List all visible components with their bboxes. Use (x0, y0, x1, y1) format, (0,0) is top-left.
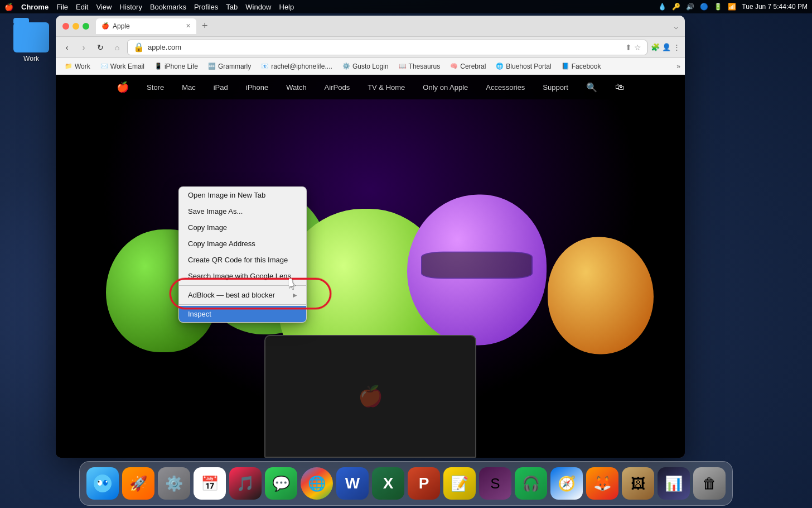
dock-notes[interactable]: 📝 (443, 467, 476, 500)
tab-menu-item[interactable]: Tab (226, 3, 238, 11)
apple-nav-store[interactable]: Store (147, 83, 164, 92)
apple-nav-search-icon[interactable]: 🔍 (586, 82, 597, 93)
context-menu-separator-2 (179, 304, 306, 305)
apple-nav-accessories[interactable]: Accessories (486, 83, 525, 92)
menubar-right: 💧 🔑 🔊 🔵 🔋 📶 Tue Jun 7 5:44:40 PM (658, 3, 808, 11)
title-bar: 🍎 Apple ✕ + ⌵ (56, 16, 685, 37)
share-icon[interactable]: ⬆ (625, 43, 632, 52)
tab-favicon: 🍎 (102, 22, 109, 30)
dock-trash[interactable]: 🗑 (693, 467, 726, 500)
back-button[interactable]: ‹ (60, 41, 74, 54)
context-menu-qr-code-label: Create QR Code for this Image (188, 256, 288, 264)
context-menu-inspect[interactable]: Inspect (179, 306, 306, 322)
history-menu-item[interactable]: History (119, 3, 142, 11)
new-tab-button[interactable]: + (199, 20, 211, 32)
desktop-folder-work[interactable]: Work (13, 22, 49, 63)
bookmark-work-label: Work (75, 63, 90, 70)
dock-messages[interactable]: 💬 (265, 467, 297, 500)
bookmark-icon[interactable]: ☆ (634, 43, 641, 52)
minimize-button[interactable] (72, 23, 79, 30)
tab-close-button[interactable]: ✕ (186, 22, 191, 30)
bookmark-facebook-icon: 📘 (562, 63, 569, 70)
dock-slack[interactable]: S (479, 467, 511, 500)
view-menu-item[interactable]: View (96, 3, 112, 11)
dock-word[interactable]: W (336, 467, 369, 500)
browser-window: 🍎 Apple ✕ + ⌵ ‹ › ↻ ⌂ 🔒 apple.com ⬆ ☆ 🧩 … (56, 16, 685, 458)
more-options-icon[interactable]: ⋮ (673, 43, 680, 51)
edit-menu-item[interactable]: Edit (76, 3, 88, 11)
browser-tab[interactable]: 🍎 Apple ✕ (96, 18, 196, 34)
bookmark-iphone-life[interactable]: 📱 iPhone Life (150, 61, 202, 72)
apple-nav-watch[interactable]: Watch (286, 83, 306, 92)
bookmark-facebook[interactable]: 📘 Facebook (557, 61, 606, 72)
profiles-menu-item[interactable]: Profiles (194, 3, 218, 11)
window-menu-item[interactable]: Window (245, 3, 271, 11)
folder-icon (13, 22, 49, 52)
svg-point-1 (98, 480, 102, 486)
macbook-container: 🍎 (253, 335, 487, 458)
menubar-battery-icon: 🔋 (714, 3, 722, 11)
dock-system-preferences[interactable]: ⚙️ (158, 467, 190, 500)
apple-nav-mac[interactable]: Mac (182, 83, 196, 92)
svg-point-0 (94, 475, 112, 492)
memoji-far-right (548, 237, 654, 354)
dock-launchpad[interactable]: 🚀 (122, 467, 154, 500)
context-menu-google-lens[interactable]: Search Image with Google Lens (179, 268, 306, 284)
bookmark-cerebral[interactable]: 🧠 Cerebral (446, 61, 490, 72)
bookmark-work-email[interactable]: ✉️ Work Email (96, 61, 149, 72)
apple-nav-airpods[interactable]: AirPods (325, 83, 350, 92)
bookmark-gusto[interactable]: ⚙️ Gusto Login (338, 61, 393, 72)
close-button[interactable] (62, 23, 69, 30)
context-menu-save-image[interactable]: Save Image As... (179, 203, 306, 219)
dock-music[interactable]: 🎵 (229, 467, 262, 500)
dock-preview[interactable]: 🖼 (622, 467, 654, 500)
context-menu-google-lens-label: Search Image with Google Lens (188, 272, 291, 280)
dock-calendar[interactable]: 📅 (194, 467, 226, 500)
forward-button[interactable]: › (77, 41, 90, 54)
home-button[interactable]: ⌂ (110, 41, 124, 54)
bookmark-bluehost[interactable]: 🌐 Bluehost Portal (491, 61, 555, 72)
bookmark-thesaurus[interactable]: 📖 Thesaurus (394, 61, 445, 72)
context-menu-qr-code[interactable]: Create QR Code for this Image (179, 252, 306, 268)
context-menu-adblock[interactable]: AdBlock — best ad blocker ▶ (179, 287, 306, 303)
context-menu-copy-address[interactable]: Copy Image Address (179, 236, 306, 252)
apple-nav-only-on-apple[interactable]: Only on Apple (423, 83, 468, 92)
dock-chrome[interactable]: 🌐 (301, 467, 333, 500)
context-menu-separator (179, 285, 306, 286)
dock-finder[interactable] (86, 467, 119, 500)
url-bar[interactable]: 🔒 apple.com ⬆ ☆ (127, 40, 647, 55)
profile-icon[interactable]: 👤 (662, 43, 671, 51)
bookmarks-more-button[interactable]: » (676, 63, 680, 70)
apple-nav-bag-icon[interactable]: 🛍 (615, 82, 624, 92)
apple-menu-icon[interactable]: 🍎 (4, 3, 13, 11)
lock-icon: 🔒 (133, 42, 144, 52)
dock-excel[interactable]: X (372, 467, 404, 500)
context-menu-open-image[interactable]: Open Image in New Tab (179, 187, 306, 203)
tab-options-button[interactable]: ⌵ (674, 22, 678, 31)
chrome-menu-item[interactable]: Chrome (21, 3, 49, 11)
apple-nav-tv-home[interactable]: TV & Home (368, 83, 405, 92)
help-menu-item[interactable]: Help (279, 3, 294, 11)
dock-istat[interactable]: 📊 (658, 467, 690, 500)
menubar-bluetooth-icon: 🔵 (700, 3, 708, 11)
context-menu-save-image-label: Save Image As... (188, 207, 243, 215)
apple-website: 🍎 Store Mac iPad iPhone Watch AirPods TV… (56, 75, 685, 458)
dock-spotify[interactable]: 🎧 (515, 467, 547, 500)
dock: 🚀 ⚙️ 📅 🎵 💬 🌐 W X P 📝 S 🎧 🧭 🦊 🖼 📊 (79, 461, 733, 506)
bookmark-work[interactable]: 📁 Work (60, 61, 95, 72)
apple-nav-support[interactable]: Support (543, 83, 568, 92)
bookmark-grammarly[interactable]: 🔤 Grammarly (204, 61, 255, 72)
dock-firefox[interactable]: 🦊 (586, 467, 618, 500)
url-actions: ⬆ ☆ (625, 43, 641, 52)
maximize-button[interactable] (83, 23, 89, 30)
apple-nav-iphone[interactable]: iPhone (246, 83, 268, 92)
reload-button[interactable]: ↻ (94, 41, 107, 54)
bookmarks-menu-item[interactable]: Bookmarks (150, 3, 186, 11)
file-menu-item[interactable]: File (56, 3, 68, 11)
dock-safari[interactable]: 🧭 (550, 467, 583, 500)
extensions-icon[interactable]: 🧩 (651, 43, 660, 51)
context-menu-copy-image[interactable]: Copy Image (179, 219, 306, 236)
apple-nav-ipad[interactable]: iPad (214, 83, 228, 92)
dock-powerpoint[interactable]: P (408, 467, 440, 500)
bookmark-rachel[interactable]: 📧 rachel@iphonelife.... (257, 61, 337, 72)
